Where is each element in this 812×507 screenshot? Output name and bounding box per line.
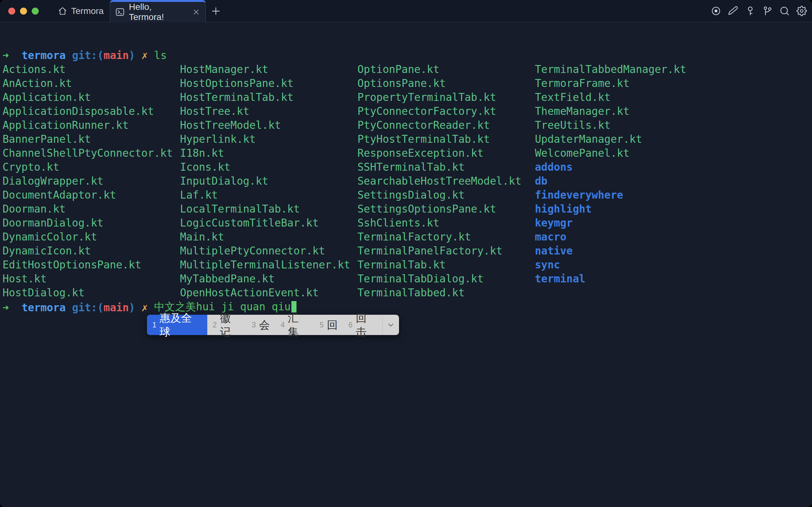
candidate-index: 1 <box>152 318 157 332</box>
ime-more-button[interactable] <box>382 315 399 335</box>
file-entry: LocalTerminalTab.kt <box>180 202 358 216</box>
prompt-directory: termora <box>21 301 66 315</box>
file-entry: HostTreeModel.kt <box>180 118 358 132</box>
tab-close-button[interactable] <box>192 8 200 16</box>
terminal-pane[interactable]: ➜ termora git:( main ) ✗ ls Actions.ktAn… <box>0 22 812 507</box>
file-entry: TermoraFrame.kt <box>535 76 712 91</box>
settings-gear-icon[interactable] <box>797 6 807 16</box>
file-entry: LogicCustomTitleBar.kt <box>180 216 358 230</box>
ime-candidate[interactable]: 5回 <box>314 315 343 335</box>
prompt-arrow: ➜ <box>3 301 9 315</box>
prompt-git-prefix: git:( <box>72 301 104 315</box>
prompt-directory: termora <box>21 49 66 62</box>
title-bar: Termora Hello, Termora! <box>0 0 812 22</box>
ime-candidate[interactable]: 4汇集 <box>275 315 314 335</box>
file-entry: OptionPane.kt <box>358 62 535 76</box>
file-entry: Laf.kt <box>180 188 358 202</box>
file-entry: Main.kt <box>180 230 358 244</box>
file-entry: ApplicationRunner.kt <box>3 118 180 132</box>
file-entry: PtyConnectorFactory.kt <box>358 104 535 118</box>
prompt-line-input[interactable]: ➜ termora git:( main ) ✗ 中文之美hui ji quan… <box>3 300 296 316</box>
minimize-window-button[interactable] <box>20 8 27 15</box>
file-entry: MyTabbedPane.kt <box>180 272 358 286</box>
new-tab-button[interactable] <box>211 0 221 22</box>
candidate-text: 惠及全球 <box>160 311 202 339</box>
ime-candidate[interactable]: 2徽记 <box>207 315 246 335</box>
close-window-button[interactable] <box>8 8 15 15</box>
termora-window: Termora Hello, Termora! <box>0 0 812 507</box>
file-entry: InputDialog.kt <box>180 174 358 188</box>
candidate-text: 汇集 <box>288 311 309 339</box>
file-entry: TerminalTabDialog.kt <box>358 272 535 286</box>
record-icon[interactable] <box>711 6 721 16</box>
file-entry: SSHTerminalTab.kt <box>358 160 535 174</box>
prompt-git-branch: main <box>104 301 128 315</box>
file-entry: PropertyTerminalTab.kt <box>358 91 535 104</box>
file-entry: ChannelShellPtyConnector.kt <box>3 146 180 160</box>
file-entry: HostDialog.kt <box>3 286 180 300</box>
close-icon <box>192 8 200 16</box>
file-entry: WelcomePanel.kt <box>535 146 712 160</box>
ime-candidate[interactable]: 3会 <box>246 315 275 335</box>
candidate-index: 3 <box>252 318 256 332</box>
candidate-index: 6 <box>348 318 353 332</box>
candidate-index: 5 <box>320 318 324 332</box>
directory-entry: db <box>535 174 712 188</box>
file-entry: HostOptionsPane.kt <box>180 76 358 91</box>
home-icon <box>58 6 67 16</box>
prompt-dirty-flag: ✗ <box>142 301 148 315</box>
directory-entry: keymgr <box>535 216 712 230</box>
file-entry: BannerPanel.kt <box>3 132 180 146</box>
ls-column: Actions.ktAnAction.ktApplication.ktAppli… <box>3 62 180 300</box>
ime-candidate[interactable]: 1惠及全球 <box>147 315 207 335</box>
file-entry: MultipleTerminalListener.kt <box>180 258 358 272</box>
ime-candidates: 1惠及全球2徽记3会4汇集5回6回击 <box>147 315 382 335</box>
file-entry: SshClients.kt <box>358 216 535 230</box>
directory-entry: findeverywhere <box>535 188 712 202</box>
candidate-text: 徽记 <box>220 311 241 339</box>
file-entry: SettingsOptionsPane.kt <box>358 202 535 216</box>
file-entry: HostTree.kt <box>180 104 358 118</box>
home-tab[interactable]: Termora <box>58 0 104 22</box>
terminal-tab-icon <box>115 7 125 17</box>
prompt-arrow: ➜ <box>3 49 9 62</box>
file-entry: DynamicIcon.kt <box>3 244 180 258</box>
ls-output: Actions.ktAnAction.ktApplication.ktAppli… <box>3 62 712 300</box>
zoom-window-button[interactable] <box>32 8 39 15</box>
file-entry: HostManager.kt <box>180 62 358 76</box>
search-icon[interactable] <box>779 6 790 16</box>
file-entry: EditHostOptionsPane.kt <box>3 258 180 272</box>
pencil-icon[interactable] <box>728 6 738 16</box>
prompt-git-branch: main <box>104 49 128 62</box>
plus-icon <box>211 6 221 16</box>
tab-hello-termora[interactable]: Hello, Termora! <box>110 0 206 22</box>
ls-column: TerminalTabbedManager.ktTermoraFrame.ktT… <box>535 62 712 300</box>
file-entry: MultiplePtyConnector.kt <box>180 244 358 258</box>
file-entry: PtyConnectorReader.kt <box>358 118 535 132</box>
file-entry: DynamicColor.kt <box>3 230 180 244</box>
tab-title: Hello, Termora! <box>129 2 187 22</box>
file-entry: SearchableHostTreeModel.kt <box>358 174 535 188</box>
file-entry: Doorman.kt <box>3 202 180 216</box>
file-entry: I18n.kt <box>180 146 358 160</box>
file-entry: ApplicationDisposable.kt <box>3 104 180 118</box>
prompt-dirty-flag: ✗ <box>142 49 148 62</box>
directory-entry: terminal <box>535 272 712 286</box>
file-entry: Icons.kt <box>180 160 358 174</box>
file-entry: ThemeManager.kt <box>535 104 712 118</box>
file-entry: OpenHostActionEvent.kt <box>180 286 358 300</box>
ime-candidate[interactable]: 6回击 <box>343 315 382 335</box>
directory-entry: highlight <box>535 202 712 216</box>
prompt-line-ls: ➜ termora git:( main ) ✗ ls <box>3 49 167 62</box>
directory-entry: addons <box>535 160 712 174</box>
key-icon[interactable] <box>745 6 756 16</box>
file-entry: HostTerminalTab.kt <box>180 91 358 104</box>
file-entry: DoormanDialog.kt <box>3 216 180 230</box>
file-entry: TerminalTab.kt <box>358 258 535 272</box>
keychain-branch-icon[interactable] <box>762 6 773 16</box>
directory-entry: native <box>535 244 712 258</box>
file-entry: DocumentAdaptor.kt <box>3 188 180 202</box>
file-entry: Application.kt <box>3 91 180 104</box>
candidate-index: 2 <box>213 318 217 332</box>
file-entry: UpdaterManager.kt <box>535 132 712 146</box>
